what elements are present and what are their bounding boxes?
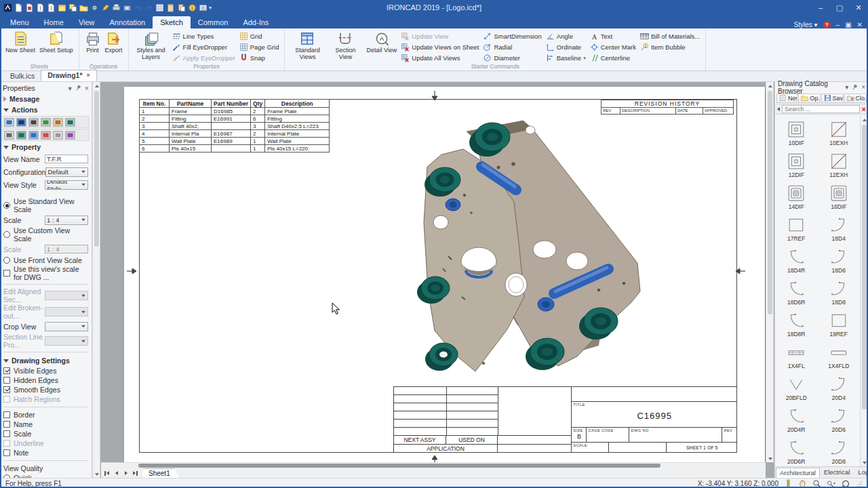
resize-grip[interactable]: [855, 480, 863, 487]
radial-button[interactable]: Radial: [483, 42, 541, 52]
view-action-8-icon[interactable]: [16, 131, 26, 140]
view-action-1-icon[interactable]: [4, 118, 14, 127]
pin-icon[interactable]: [75, 85, 81, 91]
ribbon-tab-annotation[interactable]: Annotation: [102, 16, 153, 28]
catalog-item-20d8[interactable]: 20D8: [818, 434, 861, 466]
smartdimension-button[interactable]: SmartDimension: [483, 31, 541, 41]
catalog-item-20d4[interactable]: 20D4: [818, 371, 861, 403]
new-sheet-button[interactable]: New Sheet: [3, 30, 37, 54]
first-sheet-button[interactable]: [102, 469, 111, 477]
checkbox-hidden-edges[interactable]: Hidden Edges: [2, 375, 90, 385]
quick-access-options-icon[interactable]: ▾: [208, 5, 212, 11]
item-bubble-button[interactable]: 1Item Bubble: [640, 42, 700, 52]
checkbox-note[interactable]: Note: [2, 448, 90, 458]
document-tab-bulk-ics[interactable]: Bulk.ics: [4, 71, 41, 81]
info-icon[interactable]: i: [188, 3, 197, 12]
checkbox-smooth-edges[interactable]: Smooth Edges: [2, 385, 90, 394]
pan-icon[interactable]: [798, 479, 807, 488]
help-icon[interactable]: ?: [823, 21, 831, 28]
baseline-button[interactable]: Baseline▾: [546, 53, 586, 63]
view-action-7-icon[interactable]: [4, 131, 14, 140]
catalog-item-1x4fl[interactable]: 1X4FL: [775, 339, 818, 371]
catalog-item-17ref[interactable]: 17REF: [775, 211, 818, 243]
ribbon-tab-common[interactable]: Common: [191, 16, 236, 28]
pencil-edit-icon[interactable]: [101, 3, 110, 12]
ironcad-logo-icon[interactable]: [3, 3, 12, 12]
view-action-6-icon[interactable]: [65, 118, 75, 127]
catalog-item-20d6r[interactable]: 20D6R: [775, 434, 818, 466]
ribbon-tab-sketch[interactable]: Sketch: [153, 16, 191, 28]
close-button[interactable]: ✕: [849, 0, 868, 15]
template-yellow-icon[interactable]: [58, 3, 66, 12]
line-types-button[interactable]: Line Types: [172, 31, 235, 41]
center-mark-button[interactable]: Center Mark: [590, 42, 636, 52]
radio-use-standard-view-scale[interactable]: Use Standard View Scale: [2, 197, 90, 214]
view-action-2-icon[interactable]: [16, 118, 26, 127]
catalog-save-button[interactable]: Save: [821, 94, 844, 103]
render-grid-icon[interactable]: [155, 3, 164, 12]
checkbox-scale[interactable]: Scale: [2, 429, 90, 439]
close-tab-icon[interactable]: ×: [87, 72, 90, 79]
view-style-dropdown[interactable]: Default Style: [45, 180, 88, 190]
panel-menu-icon[interactable]: ▾: [68, 84, 72, 92]
catalog-item-20bfld[interactable]: 20BFLD: [775, 371, 818, 403]
text-button[interactable]: AText: [590, 31, 636, 41]
catalog-item-18d4[interactable]: 18D4: [818, 211, 861, 243]
section-message[interactable]: Message: [2, 94, 90, 104]
catalog-item-14dif[interactable]: 14DIF: [775, 180, 818, 211]
checkbox-name[interactable]: Name: [2, 420, 90, 429]
centerline-button[interactable]: Centerline: [590, 53, 636, 63]
new-document-icon[interactable]: [14, 3, 23, 12]
catalog-tab-logic[interactable]: Logic: [854, 467, 868, 478]
maximize-button[interactable]: ▢: [830, 0, 849, 15]
new-drawing-icon[interactable]: I: [47, 3, 56, 12]
configuration-dropdown[interactable]: Default: [45, 167, 88, 177]
detail-view-button[interactable]: ADetail View: [364, 30, 399, 54]
canvas-vertical-scrollbar[interactable]: [766, 82, 774, 462]
section-property[interactable]: Property: [2, 142, 90, 152]
list-options-icon[interactable]: [199, 3, 208, 12]
grid-button[interactable]: Grid: [239, 31, 279, 41]
catalog-item-10dif[interactable]: 10DIF: [775, 116, 818, 148]
measure-icon[interactable]: [784, 479, 793, 488]
previous-sheet-button[interactable]: [112, 469, 121, 477]
undo-icon[interactable]: [134, 3, 142, 12]
view-action-5-icon[interactable]: [53, 118, 63, 127]
drawing-sheet[interactable]: Item No.PartNamePart NumberQtyDescriptio…: [124, 87, 765, 462]
catalog-tab-electrical[interactable]: Electrical: [820, 467, 854, 478]
catalog-item-18d4r[interactable]: 18D4R: [775, 243, 818, 275]
catalog-op-button[interactable]: Op...: [798, 94, 820, 103]
rotate-view-icon[interactable]: [841, 479, 850, 488]
styles-and-layers-button[interactable]: Styles and Layers: [132, 30, 170, 61]
properties-scrollbar[interactable]: [92, 82, 100, 478]
canvas-horizontal-scrollbar[interactable]: [101, 462, 766, 468]
export-button[interactable]: Export: [103, 30, 125, 54]
next-sheet-button[interactable]: [121, 469, 130, 477]
checkbox-visible-edges[interactable]: Visible Edges: [2, 366, 90, 375]
catalog-item-12exh[interactable]: 12EXH: [818, 148, 861, 180]
catalog-clear-search-icon[interactable]: ×: [862, 106, 866, 113]
settings-icon[interactable]: [90, 3, 99, 12]
bill-of-materials-button[interactable]: Bill of Materials...: [640, 31, 700, 41]
catalog-item-1x4fld[interactable]: 1X4FLD: [818, 339, 861, 371]
view-action-11-icon[interactable]: [53, 131, 63, 140]
view-action-3-icon[interactable]: [28, 118, 39, 127]
catalog-item-18d6r[interactable]: 18D6R: [775, 275, 818, 307]
catalog-item-18d6[interactable]: 18D6: [818, 243, 861, 275]
snap-button[interactable]: Snap: [239, 53, 279, 63]
checkbox-use-this-view-s-scale-for-dwg[interactable]: Use this view's scale for DWG ...: [2, 265, 90, 281]
catalog-item-20d4r[interactable]: 20D4R: [775, 403, 818, 434]
view-action-9-icon[interactable]: [28, 131, 39, 140]
catalog-clo-button[interactable]: Clo...: [844, 94, 867, 103]
ordinate-button[interactable]: Ordinate: [546, 42, 586, 52]
diameter-button[interactable]: Diameter: [483, 53, 541, 63]
section-view-button[interactable]: Section View: [326, 30, 364, 61]
catalog-item-19ref[interactable]: 19REF: [818, 307, 861, 339]
catalog-item-12dif[interactable]: 12DIF: [775, 148, 818, 180]
doc-restore-button[interactable]: ▣: [845, 21, 851, 28]
zoom-options-icon[interactable]: [827, 479, 835, 488]
catalog-new-button[interactable]: New: [776, 94, 797, 103]
minimize-button[interactable]: –: [811, 0, 830, 15]
new-text-part-icon[interactable]: I: [36, 3, 45, 12]
catalog-item-20d6[interactable]: 20D6: [818, 403, 861, 434]
